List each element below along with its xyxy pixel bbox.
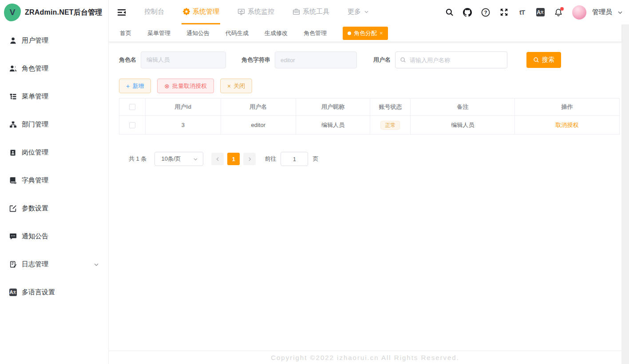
nav-label: 更多 (348, 8, 361, 16)
user-name-input-wrap (395, 51, 507, 68)
batch-cancel-auth-button[interactable]: ⊗ 批量取消授权 (157, 79, 214, 93)
tab-role-assign-active[interactable]: 角色分配 × (343, 27, 388, 40)
chevron-down-icon (193, 156, 198, 162)
tab-gen-edit[interactable]: 生成修改 (265, 29, 288, 37)
org-chart-icon (9, 121, 17, 129)
message-icon (9, 233, 17, 241)
app-logo: V (4, 4, 21, 21)
sidebar-item-dict-management[interactable]: 字典管理 (0, 166, 108, 194)
badge-icon (9, 149, 17, 157)
help-icon[interactable]: ? (481, 8, 490, 17)
header-actions: ? tT A文 管理员 (445, 5, 629, 20)
cancel-circle-icon: ⊗ (164, 83, 170, 89)
row-checkbox[interactable] (129, 122, 135, 128)
font-size-icon[interactable]: tT (518, 8, 526, 17)
cell-remark: 编辑人员 (411, 116, 515, 134)
logo-letter: V (10, 8, 16, 17)
close-icon[interactable]: × (380, 30, 383, 36)
sidebar-item-post-management[interactable]: 岗位管理 (0, 138, 108, 166)
gear-icon (182, 8, 190, 16)
scrollbar-gutter[interactable] (621, 24, 629, 364)
sidebar-item-dept-management[interactable]: 部门管理 (0, 111, 108, 138)
search-icon (400, 57, 406, 63)
menu-tree-icon (9, 93, 17, 101)
tab-code-gen[interactable]: 代码生成 (225, 29, 249, 37)
nav-item-console[interactable]: 控制台 (143, 0, 165, 24)
user-name-input[interactable] (395, 51, 507, 68)
footer: Copyright ©2022 izhaorui.cn All Rights R… (109, 351, 621, 364)
header-nick-name: 用户昵称 (296, 99, 371, 115)
sidebar-item-param-settings[interactable]: 参数设置 (0, 194, 108, 222)
sidebar-item-multilang[interactable]: A文 多语言设置 (0, 278, 108, 306)
add-button[interactable]: + 新增 (119, 79, 151, 93)
pagination: 共 1 条 10条/页 1 前往 页 (109, 152, 621, 166)
tab-home[interactable]: 首页 (120, 29, 131, 37)
avatar[interactable] (572, 5, 586, 20)
header-actions: 操作 (515, 99, 619, 115)
tab-notice[interactable]: 通知公告 (186, 29, 210, 37)
nav-label: 控制台 (144, 8, 164, 16)
sidebar-item-label: 多语言设置 (22, 288, 55, 297)
sidebar-item-notice[interactable]: 通知公告 (0, 222, 108, 250)
cell-action: 取消授权 (515, 116, 619, 134)
user-icon (9, 37, 17, 45)
nav-label: 系统管理 (193, 8, 219, 16)
next-page-button[interactable] (243, 153, 256, 165)
prev-page-button[interactable] (211, 153, 224, 165)
chevron-left-icon (215, 156, 221, 162)
nav-item-system-management[interactable]: 系统管理 (182, 0, 220, 24)
close-button[interactable]: × 关闭 (220, 79, 252, 93)
page-size-value: 10条/页 (161, 155, 181, 163)
language-icon[interactable]: A文 (536, 8, 545, 17)
users-icon (9, 65, 17, 73)
header-user-id: 用户Id (146, 99, 221, 115)
role-name-input[interactable] (141, 51, 226, 68)
nav-label: 系统监控 (248, 8, 274, 16)
bell-icon[interactable] (554, 8, 563, 17)
notification-dot (560, 7, 564, 11)
goto-label: 前往 (265, 155, 276, 163)
log-icon (9, 261, 17, 269)
cell-user-id: 3 (146, 116, 221, 134)
top-nav: 控制台 系统管理 系统监控 系统工具 更多 (143, 0, 387, 24)
sidebar-item-role-management[interactable]: 角色管理 (0, 55, 108, 83)
chevron-down-icon (364, 9, 369, 15)
chevron-down-icon[interactable] (617, 9, 623, 16)
search-button-label: 搜索 (542, 56, 554, 64)
tab-role-management[interactable]: 角色管理 (304, 29, 327, 37)
tab-bar: 首页 菜单管理 通知公告 代码生成 生成修改 角色管理 角色分配 × (109, 24, 621, 42)
header-checkbox-cell (119, 99, 146, 115)
user-name-label: 用户名 (373, 56, 391, 64)
fullscreen-icon[interactable] (499, 8, 508, 17)
logo-row[interactable]: V ZRAdmin.NET后台管理 (0, 0, 108, 25)
sidebar-item-log-management[interactable]: 日志管理 (0, 250, 108, 278)
cancel-auth-link[interactable]: 取消授权 (556, 121, 579, 129)
role-name-label: 角色名 (119, 56, 136, 64)
goto-page-input[interactable] (281, 152, 308, 166)
select-all-checkbox[interactable] (129, 104, 135, 110)
svg-text:?: ? (484, 10, 487, 15)
active-tab-dot (348, 32, 351, 35)
search-button[interactable]: 搜索 (526, 52, 561, 68)
sidebar-fold-icon[interactable] (117, 8, 127, 17)
sidebar-item-user-management[interactable]: 用户管理 (0, 27, 108, 55)
nav-item-more[interactable]: 更多 (347, 0, 370, 24)
page-unit-label: 页 (313, 155, 318, 163)
role-key-input[interactable] (275, 51, 357, 68)
page-number-active[interactable]: 1 (227, 153, 240, 165)
sidebar-item-label: 日志管理 (22, 260, 48, 269)
sidebar: V ZRAdmin.NET后台管理 用户管理 角色管理 菜单管理 部 (0, 0, 109, 364)
nav-item-system-monitor[interactable]: 系统监控 (237, 0, 275, 24)
dictionary-icon (9, 177, 17, 185)
header-user-name: 用户名 (221, 99, 296, 115)
cell-status: 正常 (370, 116, 411, 134)
nav-item-system-tools[interactable]: 系统工具 (292, 0, 330, 24)
github-icon[interactable] (463, 8, 472, 17)
search-icon[interactable] (445, 8, 454, 17)
sidebar-item-label: 用户管理 (22, 36, 48, 45)
batch-cancel-auth-label: 批量取消授权 (172, 82, 207, 90)
active-tab-label: 角色分配 (354, 29, 377, 37)
sidebar-item-menu-management[interactable]: 菜单管理 (0, 83, 108, 111)
page-size-select[interactable]: 10条/页 (154, 152, 203, 166)
tab-menu-management[interactable]: 菜单管理 (147, 29, 170, 37)
